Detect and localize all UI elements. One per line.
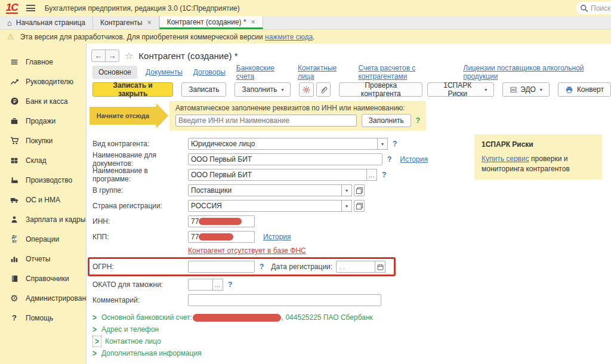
comment-label: Комментарий: [92,296,188,304]
tab-alcohol-licenses[interactable]: Лицензии поставщиков алкогольной продукц… [463,64,600,81]
sidebar-item-zarplata[interactable]: Зарплата и кадры [0,209,86,229]
global-search[interactable]: Поиск С [576,2,611,14]
reg-date-input[interactable]: . . [336,261,375,273]
calendar-button[interactable] [375,261,385,273]
home-icon: ⌂ [7,18,12,27]
edo-button[interactable]: ЭДО▾ [502,82,550,97]
sidebar-item-bank-kassa[interactable]: Банк и касса [0,91,86,111]
forward-button[interactable]: → [105,50,119,62]
autofill-fill-button[interactable]: Заполнить [362,114,411,127]
chevron-down-icon[interactable]: ▾ [341,184,352,196]
cart-icon [8,136,20,145]
country-label: Страна регистрации: [92,202,188,210]
buy-service-link[interactable]: Купить сервис [482,155,529,163]
tab-settlement-accounts[interactable]: Счета расчетов с контрагентами [358,64,452,81]
tab-bank-accounts[interactable]: Банковские счета [236,64,287,81]
kpp-visible-value: 77 [191,233,199,241]
tab-dokumenty[interactable]: Документы [146,68,183,76]
inn-search-input[interactable] [175,115,357,127]
title-bar: 1С Бухгалтерия предприятия, редакция 3.0… [0,0,611,16]
chevron-down-icon[interactable]: ▾ [377,138,388,150]
spark-panel-title: 1СПАРК Риски [482,140,596,150]
tab-osnovnoe[interactable]: Основное [92,66,137,79]
open-item-button[interactable] [354,200,365,212]
tab-kontragent-create-label: Контрагент (создание) * [167,18,246,26]
window-title: Бухгалтерия предприятия, редакция 3.0 (1… [45,4,240,13]
ellipsis-icon[interactable]: … [366,169,377,181]
attachment-button[interactable] [316,82,331,97]
sidebar-item-operacii[interactable]: ДтКт Операции [0,229,86,249]
fns-warning-row: Контрагент отсутствует в базе ФНС [92,245,611,257]
tab-kontragent-create[interactable]: Контрагент (создание) * × [159,16,263,29]
buy-commercial-link[interactable]: нажмите сюда [265,33,313,41]
name-docs-history-link[interactable]: История [400,155,428,164]
fill-dropdown-button[interactable]: Заполнить▾ [234,82,291,97]
inn-input[interactable]: 77 [188,215,255,227]
close-icon[interactable]: × [147,19,152,26]
main-content: ← → ☆ Контрагент (создание) * Основное Д… [87,44,611,364]
name-docs-input[interactable] [188,153,382,165]
sidebar-item-glavnoe[interactable]: Главное [0,52,86,72]
sidebar-item-sklad[interactable]: Склад [0,150,86,170]
ellipsis-icon[interactable]: … [212,279,223,291]
group-input[interactable] [188,184,342,196]
section-extra-info[interactable]: > Дополнительная информация [92,347,611,359]
save-button[interactable]: Записать [181,82,226,97]
sidebar-item-otchety[interactable]: Отчеты [0,249,86,269]
kind-label: Вид контрагента: [92,140,188,148]
start-here-label: Начните отсюда [90,107,156,125]
main-menu-icon[interactable] [26,5,35,11]
okato-label: ОКАТО для таможни: [92,280,188,289]
autofill-help-link[interactable]: ? [416,116,420,125]
back-button[interactable]: ← [91,50,106,62]
ogrn-input[interactable] [188,261,255,273]
sidebar-item-proizvodstvo[interactable]: Производство [0,170,86,190]
sidebar-item-prodazhi[interactable]: Продажи [0,111,86,131]
ogrn-help-link[interactable]: ? [260,263,264,271]
sidebar-item-pomosch[interactable]: ? Помощь [0,308,86,328]
start-here-arrow: Начните отсюда [90,103,168,128]
paperclip-icon [320,86,328,94]
section-address-phone[interactable]: > Адрес и телефон [92,323,611,335]
snowflake-button[interactable] [299,82,313,97]
section-contact-person[interactable]: > Контактное лицо [92,335,611,347]
sidebar-item-administrirovanie[interactable]: ⚙ Администрирование [0,288,86,308]
name-prog-help-link[interactable]: ? [382,171,386,179]
section-bank-account[interactable]: > Основной банковский счет: , 044525225 … [92,311,611,323]
favorite-star-icon[interactable]: ☆ [125,50,133,61]
kind-input[interactable] [188,138,378,150]
name-docs-help-link[interactable]: ? [387,155,391,164]
factory-icon [8,176,20,184]
spark-risks-panel: 1СПАРК Риски Купить сервис проверки и мо… [474,134,602,180]
okato-input[interactable] [188,279,213,291]
tab-home[interactable]: ⌂ Начальная страница [0,16,93,29]
page-title: Контрагент (создание) * [138,51,237,61]
kpp-input[interactable]: 77 [188,231,255,243]
kind-help-link[interactable]: ? [393,140,397,148]
field-row-inn: ИНН: 77 [92,214,611,229]
chevron-down-icon[interactable]: ▾ [341,200,352,212]
tab-contact-persons[interactable]: Контактные лица [298,64,347,81]
name-prog-input[interactable] [188,169,367,181]
country-input[interactable] [188,200,342,212]
kpp-history-link[interactable]: История [263,233,291,241]
save-close-button[interactable]: Записать и закрыть [92,82,173,97]
spark-risks-button[interactable]: 1СПАРК Риски▾ [427,82,494,97]
okato-help-link[interactable]: ? [228,280,232,289]
sidebar-item-spravochniki[interactable]: Справочники [0,269,86,288]
grid-icon [8,156,20,165]
tab-dogovory[interactable]: Договоры [193,68,226,76]
sidebar-item-os-nma[interactable]: ОС и НМА [0,190,86,209]
envelope-button[interactable]: Конверт [558,82,611,97]
comment-input[interactable] [188,294,381,306]
sidebar-item-label: Склад [26,156,47,165]
sidebar-item-rukovoditelyu[interactable]: Руководителю [0,72,86,91]
fns-warning-text[interactable]: Контрагент отсутствует в базе ФНС [188,246,306,255]
check-counterparty-button[interactable]: Проверка контрагента [339,82,422,97]
menu-icon [8,58,20,66]
sidebar-item-pokupki[interactable]: Покупки [0,131,86,150]
sidebar-item-label: Справочники [26,274,69,283]
tab-kontragenty[interactable]: Контрагенты × [93,16,159,29]
open-item-button[interactable] [354,184,365,196]
close-icon[interactable]: × [251,18,255,26]
